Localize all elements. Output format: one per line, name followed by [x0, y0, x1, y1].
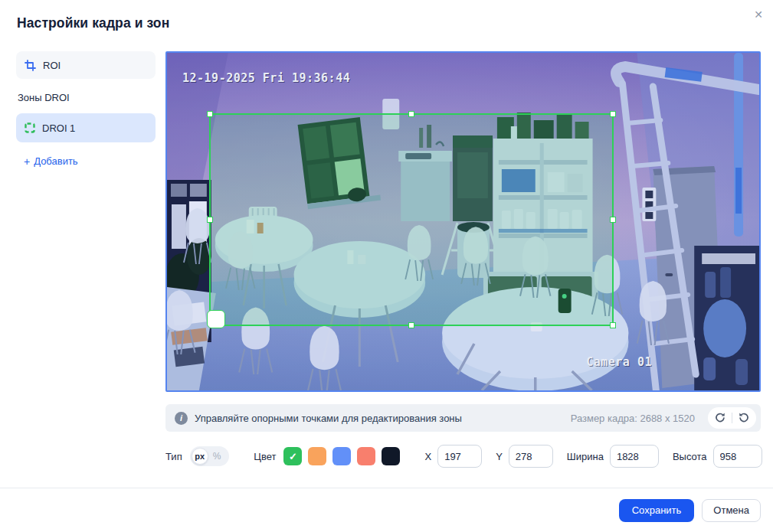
color-swatch-blue[interactable] — [332, 447, 351, 465]
roi-handle-n[interactable] — [408, 111, 414, 117]
sidebar: ROI Зоны DROI DROI 1 + Добавить — [16, 51, 156, 468]
info-icon: i — [175, 412, 188, 425]
color-swatch-orange[interactable] — [308, 447, 326, 465]
roi-selection-box[interactable] — [209, 113, 614, 326]
x-label: X — [424, 451, 431, 462]
y-label: Y — [496, 451, 503, 462]
color-swatches: ✓ — [283, 447, 400, 465]
roi-handle-se[interactable] — [610, 322, 616, 328]
cancel-button[interactable]: Отмена — [702, 499, 761, 522]
plus-icon: + — [24, 156, 30, 167]
modal-header: Настройки кадра и зон — [0, 0, 773, 31]
save-button[interactable]: Сохранить — [619, 499, 695, 522]
frame-zones-modal: Настройки кадра и зон ✕ ROI Зоны DROI DR… — [0, 0, 773, 532]
color-swatch-dark[interactable] — [382, 447, 400, 465]
modal-footer: Сохранить Отмена — [0, 488, 773, 532]
zone-label: DROI 1 — [42, 122, 75, 134]
type-label: Тип — [165, 451, 182, 462]
close-icon[interactable]: ✕ — [750, 6, 767, 23]
zone-icon — [25, 122, 35, 133]
roi-handle-nw[interactable] — [207, 111, 213, 117]
field-width: Ширина — [567, 445, 659, 468]
main-panel: 12-19-2025 Fri 19:36:44 Camera 01 i Упра… — [165, 51, 761, 468]
history-controls — [708, 407, 756, 429]
zones-heading: Зоны DROI — [18, 92, 154, 103]
height-input[interactable] — [713, 445, 762, 468]
video-timestamp: 12-19-2025 Fri 19:36:44 — [182, 71, 350, 85]
width-input[interactable] — [610, 445, 659, 468]
roi-handle-e[interactable] — [610, 217, 616, 223]
color-swatch-salmon[interactable] — [357, 447, 375, 465]
check-icon: ✓ — [289, 451, 297, 462]
camera-name-label: Camera 01 — [586, 355, 652, 369]
roi-handle-sw[interactable] — [207, 310, 225, 328]
y-input[interactable] — [509, 445, 553, 468]
unit-option-percent[interactable]: % — [208, 451, 228, 462]
height-label: Высота — [673, 451, 707, 462]
sidebar-item-roi[interactable]: ROI — [16, 51, 156, 79]
color-label: Цвет — [254, 451, 276, 462]
redo-icon[interactable] — [713, 411, 727, 425]
frame-size-label: Размер кадра: 2688 x 1520 — [571, 413, 695, 424]
roi-handle-s[interactable] — [408, 322, 414, 328]
unit-toggle[interactable]: px % — [190, 446, 230, 466]
sidebar-item-droi-1[interactable]: DROI 1 — [16, 113, 156, 142]
field-x: X — [424, 445, 482, 468]
crop-icon — [25, 60, 36, 71]
roi-handle-ne[interactable] — [610, 111, 616, 117]
width-label: Ширина — [567, 451, 604, 462]
roi-label: ROI — [43, 60, 61, 71]
field-y: Y — [496, 445, 553, 468]
field-height: Высота — [673, 445, 762, 468]
x-input[interactable] — [437, 445, 482, 468]
divider — [732, 413, 732, 423]
add-zone-label: Добавить — [34, 155, 77, 167]
unit-option-px[interactable]: px — [192, 448, 208, 465]
camera-preview[interactable]: 12-19-2025 Fri 19:36:44 Camera 01 — [165, 51, 761, 392]
hint-text: Управляйте опорными точками для редактир… — [195, 413, 564, 424]
info-bar: i Управляйте опорными точками для редакт… — [165, 404, 761, 432]
add-zone-button[interactable]: + Добавить — [24, 155, 156, 167]
roi-handle-w[interactable] — [207, 217, 213, 223]
color-swatch-green[interactable]: ✓ — [283, 447, 302, 465]
page-title: Настройки кадра и зон — [17, 15, 756, 31]
undo-icon[interactable] — [737, 411, 751, 425]
zone-controls: Тип px % Цвет ✓ X — [165, 444, 761, 468]
